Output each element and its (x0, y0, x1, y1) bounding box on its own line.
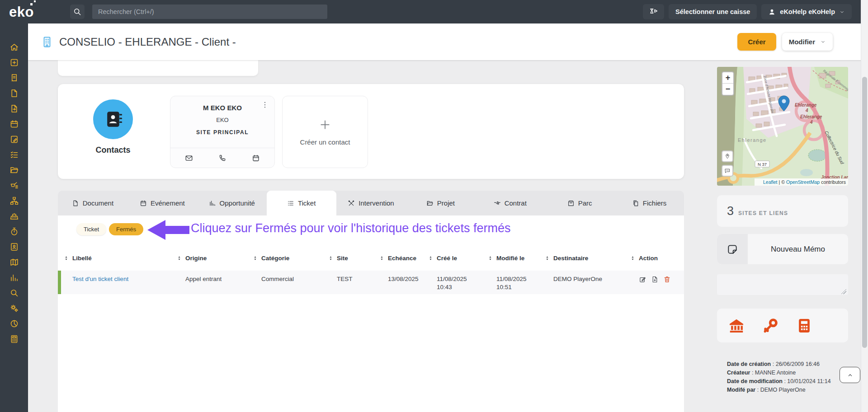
phone-icon (218, 154, 226, 162)
sites-et-liens-card[interactable]: 3 Sites et liens (717, 195, 848, 227)
plus-square-icon (9, 58, 19, 67)
select-caisse-label: Sélectionner une caisse (675, 8, 750, 15)
column-header-modifi-le[interactable]: Modifié le (487, 255, 544, 262)
tab-opportunite[interactable]: Opportunité (197, 191, 267, 215)
sidebar-item-export[interactable] (0, 101, 28, 116)
new-memo-button[interactable]: Nouveau Mémo (717, 234, 848, 264)
sidebar-item-search[interactable] (0, 285, 28, 300)
sidebar-item-contacts[interactable] (0, 239, 28, 254)
map[interactable]: N 37 Zone d'Activité Régionale Régionale… (717, 67, 848, 186)
column-header-ech-ance[interactable]: Echéance (379, 255, 428, 262)
map-locate-button[interactable] (722, 150, 733, 162)
pie-chart-icon (9, 319, 19, 328)
sidebar-item-timer[interactable] (0, 224, 28, 239)
meta-label: Modifé par (727, 387, 755, 393)
sidebar-item-settings[interactable] (0, 300, 28, 316)
search-button[interactable] (70, 5, 85, 19)
session-timer-button[interactable] (643, 4, 664, 19)
zoom-in-button[interactable]: + (722, 72, 733, 84)
column-header-libell-[interactable]: Libellé (63, 255, 176, 262)
calendar-button[interactable] (252, 154, 260, 162)
column-header-origine[interactable]: Origine (176, 255, 252, 262)
tab-fichiers[interactable]: Fichiers (614, 191, 684, 215)
column-header-cr-le[interactable]: Créé le (428, 255, 487, 262)
column-header-site[interactable]: Site (328, 255, 379, 262)
tab-ticket[interactable]: Ticket (267, 191, 336, 215)
map-comment-button[interactable] (722, 165, 733, 177)
delete-button[interactable] (663, 276, 671, 283)
tab-contrat[interactable]: Contrat (475, 191, 545, 215)
osm-link[interactable]: OpenStreetMap (786, 179, 820, 185)
column-header-action[interactable]: Action (630, 255, 684, 262)
chevron-down-icon (839, 9, 845, 15)
export-pdf-button[interactable] (651, 276, 659, 283)
map-exit2-label: Ehlerange (800, 114, 822, 119)
page-title: CONSELIO - EHLERANGE - Client - (59, 36, 236, 48)
sort-icon (428, 255, 434, 261)
tab-label: Ticket (298, 199, 316, 207)
sidebar-item-add[interactable] (0, 55, 28, 70)
tab-document[interactable]: Document (58, 191, 127, 215)
ukraine-flag-icon (757, 180, 762, 184)
filter-fermes-button[interactable]: Fermés (109, 223, 143, 235)
leaflet-link[interactable]: Leaflet (763, 179, 778, 185)
scrollbar-track[interactable] (861, 0, 868, 412)
memo-input[interactable] (717, 274, 848, 295)
sidebar-item-reports[interactable] (0, 316, 28, 331)
resize-grip[interactable] (841, 289, 846, 294)
map-town-label: Ehlerange (738, 137, 767, 143)
key-button[interactable] (762, 317, 779, 334)
column-header-destinataire[interactable]: Destinataire (544, 255, 630, 262)
contact-menu-button[interactable] (261, 101, 271, 111)
sidebar-item-planning[interactable] (0, 131, 28, 147)
calculator-button[interactable] (796, 317, 813, 334)
sidebar-item-invoices[interactable] (0, 70, 28, 85)
user-menu[interactable]: eKoHelp eKoHelp (761, 4, 852, 19)
comment-icon (724, 168, 731, 174)
meta-line: Date de modification : 10/01/2024 11:14 (727, 377, 844, 386)
tab-label: Fichiers (643, 199, 667, 207)
sidebar-item-home[interactable] (0, 39, 28, 55)
sidebar (0, 23, 28, 412)
scrollbar-thumb[interactable] (862, 77, 867, 348)
sidebar-item-documents[interactable] (0, 85, 28, 101)
file-pdf-icon (651, 276, 659, 283)
filter-ticket-button[interactable]: Ticket (76, 223, 106, 235)
sidebar-item-tasks[interactable] (0, 147, 28, 162)
ticket-panel: Ticket Fermés Cliquez sur Fermés pour vo… (58, 215, 684, 412)
tab-projet[interactable]: Projet (406, 191, 475, 215)
sidebar-item-cash-register[interactable] (0, 208, 28, 224)
collapse-button[interactable] (840, 367, 860, 383)
zoom-out-button[interactable]: − (722, 84, 733, 95)
sidebar-item-calendar[interactable] (0, 116, 28, 131)
edit-button[interactable] (639, 276, 646, 283)
contact-site: SITE PRINCIPAL (170, 129, 274, 136)
phone-button[interactable] (218, 154, 226, 162)
building-icon (41, 36, 53, 48)
contacts-section-label: Contacts (85, 145, 141, 155)
create-contact-button[interactable]: Créer un contact (282, 96, 368, 168)
search-input[interactable] (92, 5, 327, 19)
column-header-cat-gorie[interactable]: Catégorie (252, 255, 328, 262)
contact-name: M EKO EKO (170, 104, 274, 112)
create-button[interactable]: Créer (737, 33, 776, 51)
sidebar-item-folders[interactable] (0, 162, 28, 178)
sort-icon (630, 255, 636, 261)
select-caisse-button[interactable]: Sélectionner une caisse (669, 4, 757, 19)
sidebar-item-organization[interactable] (0, 193, 28, 208)
bank-button[interactable] (728, 317, 745, 334)
email-button[interactable] (185, 154, 193, 162)
tab-evenement[interactable]: Evénement (127, 191, 197, 215)
sort-icon (544, 255, 550, 261)
ticket-link[interactable]: Test d'un ticket client (63, 271, 176, 294)
envelope-icon (185, 154, 193, 162)
tab-parc[interactable]: Parc (545, 191, 614, 215)
sidebar-item-scanner[interactable] (0, 178, 28, 193)
plus-icon (318, 118, 332, 131)
sidebar-item-accounting[interactable] (0, 331, 28, 346)
sidebar-item-stats[interactable] (0, 270, 28, 285)
modify-button[interactable]: Modifier (782, 33, 833, 51)
cell-categorie: Commercial (252, 271, 328, 294)
tab-intervention[interactable]: Intervention (336, 191, 406, 215)
sidebar-item-map[interactable] (0, 254, 28, 270)
